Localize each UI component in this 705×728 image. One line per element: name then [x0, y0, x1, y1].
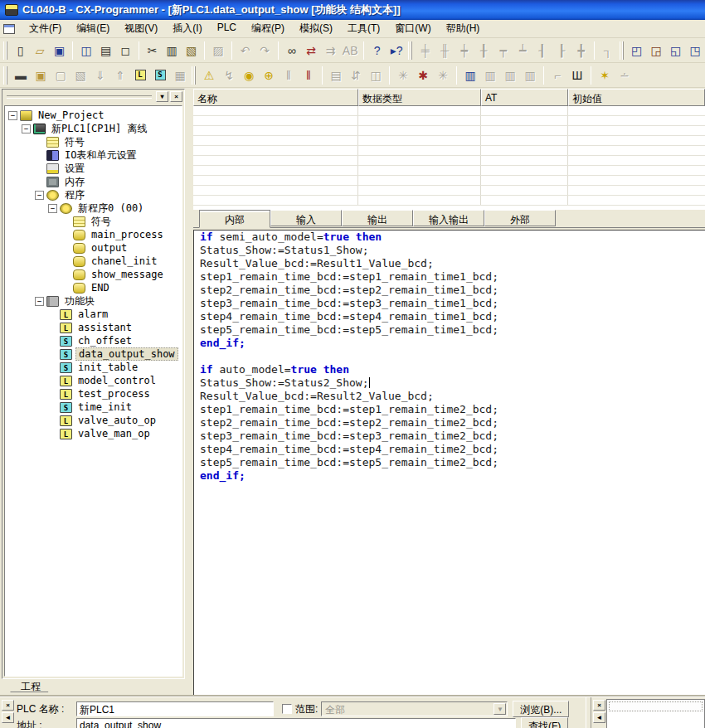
tab-输入[interactable]: 输入	[270, 210, 342, 226]
find-error-icon[interactable]: ◉	[239, 66, 259, 85]
tree-item-ch_offset[interactable]: Sch_offset	[5, 334, 182, 347]
menu-item-2[interactable]: 视图(V)	[117, 19, 165, 38]
print-icon[interactable]: ▤	[96, 41, 116, 61]
browse-button[interactable]: 浏览(B)...	[513, 701, 569, 717]
column-header-0[interactable]: 名称	[193, 89, 358, 106]
time-chart-icon[interactable]: ◫	[366, 66, 386, 85]
set-password-icon[interactable]: ✶	[595, 66, 615, 85]
monitor-data-icon[interactable]: ▥	[500, 66, 520, 85]
undo-icon[interactable]: ↶	[236, 41, 255, 61]
tree-item-chanel_init[interactable]: chanel_init	[5, 255, 182, 268]
scope-checkbox[interactable]	[282, 704, 292, 714]
data-trace-icon[interactable]: ⇵	[346, 66, 366, 85]
tree-expander-icon[interactable]: −	[22, 124, 31, 133]
st-code-editor[interactable]: if semi_auto_model=true thenStatus_Show:…	[193, 230, 705, 695]
new-file-icon[interactable]: ▯	[11, 41, 31, 61]
panel-grip[interactable]	[7, 95, 152, 99]
column-header-2[interactable]: AT	[481, 89, 568, 106]
ladder-instruction-icon[interactable]: ╋	[571, 41, 591, 61]
tree-item-data_output_show[interactable]: Sdata_output_show	[5, 347, 182, 361]
monitor-icon[interactable]: ▢	[51, 66, 70, 85]
variable-table-body[interactable]	[193, 106, 705, 210]
menu-item-3[interactable]: 插入(I)	[165, 19, 209, 38]
variable-table[interactable]: 名称数据类型AT初始值	[193, 89, 705, 210]
tree-item-init_table[interactable]: Sinit_table	[5, 361, 182, 374]
cross-reference-icon[interactable]: ✳	[393, 66, 413, 85]
toolbar-grip[interactable]	[620, 41, 624, 60]
menu-item-6[interactable]: 模拟(S)	[292, 19, 340, 38]
output-close-button[interactable]: ×	[593, 700, 605, 711]
toolbar-grip[interactable]	[192, 66, 196, 85]
menu-item-5[interactable]: 编程(P)	[244, 19, 292, 38]
panel-dropdown-button[interactable]: ▾	[156, 91, 168, 102]
tree-expander-icon[interactable]: −	[8, 111, 17, 120]
menu-item-1[interactable]: 编辑(E)	[69, 19, 117, 38]
io-comment-icon[interactable]: ▥	[460, 66, 480, 85]
tree-expander-icon[interactable]: −	[35, 191, 44, 200]
address-reference-icon[interactable]: ✱	[413, 66, 433, 85]
open-file-icon[interactable]: ▱	[30, 41, 50, 61]
toolbar-grip[interactable]	[408, 41, 412, 60]
column-header-1[interactable]: 数据类型	[358, 89, 481, 106]
program-check-icon[interactable]: ⚠	[199, 66, 219, 85]
bottom-splitter[interactable]	[586, 697, 591, 728]
context-help-icon[interactable]: ▸?	[387, 41, 406, 61]
find-icon[interactable]: ∞	[282, 41, 302, 61]
save-icon[interactable]: ▣	[50, 41, 70, 61]
ladder-vertical-icon[interactable]: ┯	[494, 41, 513, 61]
tree-item--plc1-cp1h-[interactable]: −新PLC1[CP1H] 离线	[5, 122, 182, 135]
release-password-icon[interactable]: ∸	[615, 66, 634, 85]
print-preview-icon[interactable]: ◻	[115, 41, 135, 61]
ladder-branch-icon[interactable]: ┐	[598, 41, 618, 61]
tree-item-assistant[interactable]: Lassistant	[5, 321, 182, 334]
ladder-coil-icon[interactable]: ┨	[532, 41, 552, 61]
tree-expander-icon[interactable]: −	[35, 297, 44, 306]
diff-monitor-icon[interactable]: ▥	[520, 66, 540, 85]
ladder-or-nc-icon[interactable]: ╂	[474, 41, 494, 61]
tree-item-main_process[interactable]: main_process	[5, 228, 182, 241]
tree-item-end[interactable]: END	[5, 281, 182, 294]
pause-monitor-icon[interactable]: ‖	[279, 66, 299, 85]
download-icon[interactable]: ⇓	[90, 66, 110, 85]
project-tree[interactable]: −New_Project−新PLC1[CP1H] 离线符号IO表和单元设置设置内…	[4, 105, 182, 677]
tab-内部[interactable]: 内部	[199, 210, 270, 228]
tab-project[interactable]: 工程	[7, 679, 55, 692]
tree-item--[interactable]: −功能块	[5, 294, 182, 308]
child-window-icon[interactable]	[3, 24, 15, 34]
combo-arrow-icon[interactable]: ▼	[494, 703, 506, 715]
auto-online-icon[interactable]: ▣	[31, 66, 51, 85]
tab-输出[interactable]: 输出	[342, 210, 413, 226]
paste-icon[interactable]: ▧	[182, 41, 202, 61]
menu-item-7[interactable]: 工具(T)	[340, 19, 387, 38]
clear-errors-icon[interactable]: ↯	[219, 66, 239, 85]
tree-item--[interactable]: −程序	[5, 188, 182, 201]
pause-icon[interactable]: ‖	[299, 66, 318, 85]
menu-item-9[interactable]: 帮助(H)	[439, 19, 488, 38]
ladder-contact-nc-icon[interactable]: ╫	[435, 41, 455, 61]
rung-comment-icon[interactable]: ▥	[480, 66, 500, 85]
toolbar-grip[interactable]	[3, 41, 7, 60]
find-button[interactable]: 查找(F)	[521, 717, 568, 728]
step-run-icon[interactable]: ⌐	[547, 66, 567, 85]
menu-item-4[interactable]: PLC	[210, 19, 244, 38]
tree-item--[interactable]: 符号	[5, 215, 182, 228]
differential-monitor-icon[interactable]: ▤	[326, 66, 346, 85]
online-edit-icon[interactable]: ⊕	[259, 66, 279, 85]
work-online-icon[interactable]: ▬	[11, 66, 31, 85]
cut-icon[interactable]: ✂	[143, 41, 163, 61]
menu-item-8[interactable]: 窗口(W)	[387, 19, 438, 38]
redo-icon[interactable]: ↷	[255, 41, 275, 61]
ladder-contact-no-icon[interactable]: ╪	[416, 41, 435, 61]
find-symbol-icon[interactable]: ⇉	[321, 41, 341, 61]
panel-close-button[interactable]: ×	[170, 91, 182, 102]
compile-icon[interactable]: ◫	[76, 41, 96, 61]
column-header-3[interactable]: 初始值	[568, 89, 705, 106]
tree-item--[interactable]: 符号	[5, 135, 182, 148]
tree-item--[interactable]: 设置	[5, 162, 182, 175]
output-collapse-button[interactable]: ◄	[593, 712, 605, 723]
view-watch-window-icon[interactable]: ◱	[666, 41, 686, 61]
tab-外部[interactable]: 外部	[484, 210, 556, 226]
tree-item-output[interactable]: output	[5, 241, 182, 255]
plc-name-input[interactable]: 新PLC1	[76, 701, 274, 716]
upload-icon[interactable]: ⇑	[110, 66, 130, 85]
